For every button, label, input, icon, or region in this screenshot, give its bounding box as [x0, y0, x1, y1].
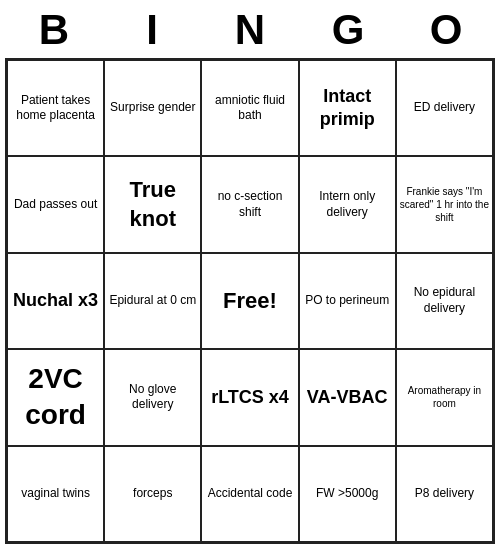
bingo-cell-22: Accidental code	[201, 446, 298, 542]
bingo-cell-13: PO to perineum	[299, 253, 396, 349]
bingo-cell-19: Aromatherapy in room	[396, 349, 493, 445]
bingo-cell-4: ED delivery	[396, 60, 493, 156]
bingo-title: B I N G O	[5, 0, 495, 58]
bingo-cell-12: Free!	[201, 253, 298, 349]
bingo-cell-5: Dad passes out	[7, 156, 104, 252]
title-g: G	[303, 6, 393, 54]
bingo-cell-17: rLTCS x4	[201, 349, 298, 445]
bingo-cell-3: Intact primip	[299, 60, 396, 156]
bingo-cell-24: P8 delivery	[396, 446, 493, 542]
bingo-cell-14: No epidural delivery	[396, 253, 493, 349]
bingo-cell-1: Surprise gender	[104, 60, 201, 156]
title-b: B	[9, 6, 99, 54]
bingo-cell-15: 2VC cord	[7, 349, 104, 445]
bingo-cell-9: Frankie says "I'm scared" 1 hr into the …	[396, 156, 493, 252]
bingo-grid: Patient takes home placentaSurprise gend…	[5, 58, 495, 544]
title-n: N	[205, 6, 295, 54]
bingo-cell-11: Epidural at 0 cm	[104, 253, 201, 349]
bingo-cell-20: vaginal twins	[7, 446, 104, 542]
bingo-cell-18: VA-VBAC	[299, 349, 396, 445]
bingo-cell-21: forceps	[104, 446, 201, 542]
bingo-cell-10: Nuchal x3	[7, 253, 104, 349]
bingo-cell-8: Intern only delivery	[299, 156, 396, 252]
title-o: O	[401, 6, 491, 54]
bingo-cell-7: no c-section shift	[201, 156, 298, 252]
bingo-cell-16: No glove delivery	[104, 349, 201, 445]
bingo-cell-2: amniotic fluid bath	[201, 60, 298, 156]
bingo-cell-6: True knot	[104, 156, 201, 252]
title-i: I	[107, 6, 197, 54]
bingo-cell-23: FW >5000g	[299, 446, 396, 542]
bingo-cell-0: Patient takes home placenta	[7, 60, 104, 156]
